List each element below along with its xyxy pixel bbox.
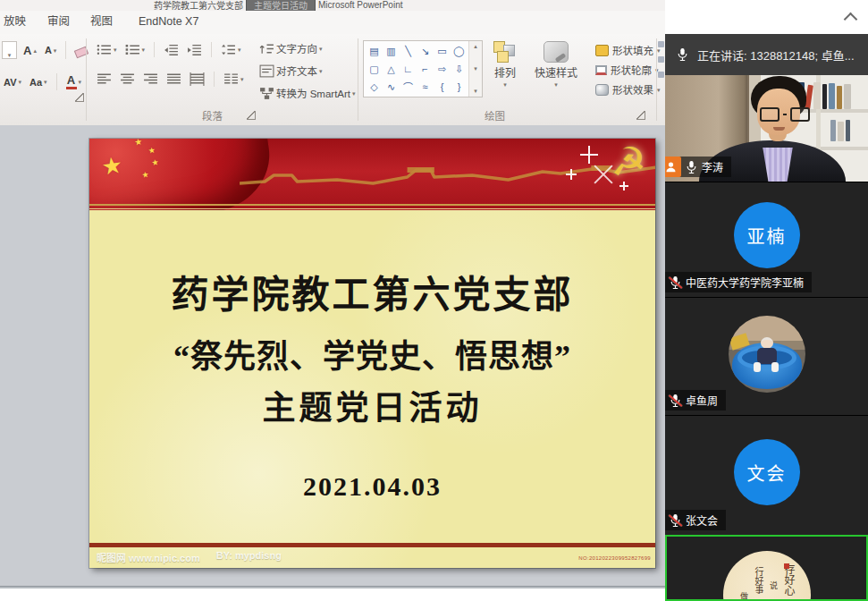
glasses	[760, 107, 810, 122]
tab-endnote[interactable]: EndNote X7	[135, 11, 202, 33]
participant-tile-zhangwenhui[interactable]: 文会 张文会	[665, 415, 868, 535]
dropdown-arrow-icon: ▾	[319, 46, 323, 52]
align-right-button[interactable]	[141, 72, 160, 87]
arc-shape-icon[interactable]: ⌒	[400, 78, 417, 96]
font-group-row1: ▾ A▴ A▾	[2, 41, 88, 59]
participant-tile-litao[interactable]: 李涛	[665, 75, 868, 182]
slide-title-line3: 主题党日活动	[89, 381, 655, 429]
shapes-grid: ▤ ▥ ╲ ↘ ▭ ◯ ▢ △ ∟ ⌐ ⇨ ⇩ ◇ ∿ ⌒ ≈ { }	[366, 42, 468, 96]
distribute-button[interactable]	[188, 72, 206, 87]
convert-smartart-button[interactable]: 转换为 SmartArt▾	[257, 85, 358, 101]
shapes-gallery-scroll[interactable]: ▴ ▾ ▾	[468, 41, 482, 97]
banner-gold-line	[89, 208, 655, 209]
participant-name-bar: 中医药大学药学院李亚楠	[665, 272, 812, 292]
slide-banner: ★ ★ ★ ★ ★ ☭	[89, 139, 655, 210]
dropdown-arrow-icon: ▾	[18, 79, 21, 85]
screen: 药学院教工第六党支部 主题党日活动 Microsoft PowerPoint 放…	[0, 0, 868, 601]
tab-slideshow[interactable]: 放映	[0, 11, 29, 33]
slide-title-line2: “祭先烈、学党史、悟思想”	[89, 330, 655, 377]
flag-small-star-icon: ★	[151, 158, 159, 167]
font-dialog-launcher[interactable]	[75, 93, 84, 102]
arrange-button[interactable]: 排列 ▾	[493, 41, 517, 88]
right-brace-shape-icon[interactable]: }	[451, 78, 468, 96]
shapes-gallery: ▤ ▥ ╲ ↘ ▭ ◯ ▢ △ ∟ ⌐ ⇨ ⇩ ◇ ∿ ⌒ ≈ { } ▴	[363, 40, 483, 97]
numbering-button[interactable]: ▾	[123, 42, 147, 57]
align-center-button[interactable]	[118, 72, 137, 87]
paragraph-dialog-launcher[interactable]	[247, 111, 256, 120]
notes-pane[interactable]	[0, 588, 665, 601]
character-spacing-button[interactable]: AV▾	[2, 76, 23, 89]
grow-font-button[interactable]: A▴	[21, 43, 38, 58]
arrange-icon	[493, 41, 517, 63]
vertical-textbox-shape-icon[interactable]: ▥	[383, 42, 400, 60]
scribble-shape-icon[interactable]: ∿	[383, 78, 400, 96]
columns-button[interactable]: ▾	[222, 72, 246, 87]
triangle-shape-icon[interactable]: △	[383, 60, 400, 78]
dropdown-arrow-icon: ▾	[238, 47, 241, 53]
decrease-indent-button[interactable]	[162, 42, 181, 57]
quick-styles-button[interactable]: 快速样式 ▾	[535, 41, 577, 88]
elbow-arrow-connector-shape-icon[interactable]: ⌐	[417, 60, 434, 78]
shape-effects-button[interactable]: 形状效果▾	[595, 81, 661, 97]
textbox-shape-icon[interactable]: ▤	[366, 42, 383, 60]
left-brace-shape-icon[interactable]: {	[434, 78, 451, 96]
ribbon: ▾ A▴ A▾ AV▾ Aa▾ A▾ ▾ ▾ ▾	[0, 34, 665, 126]
paragraph-group-row1: ▾ ▾ ▾	[95, 42, 243, 57]
curve-shape-icon[interactable]: ≈	[417, 78, 434, 96]
dropdown-arrow-icon: ▾	[352, 90, 356, 97]
up-arrow-icon: ▴	[33, 47, 37, 54]
slide-date: 2021.04.03	[89, 471, 655, 502]
host-badge-person-icon	[665, 157, 681, 177]
bullets-button[interactable]: ▾	[95, 42, 119, 57]
watermark-site: 昵图网 www.nipic.com	[97, 550, 200, 564]
banner-gold-line	[89, 204, 655, 206]
line-spacing-button[interactable]: ▾	[219, 42, 243, 57]
avatar: 亚楠	[734, 202, 800, 268]
flag-small-star-icon: ★	[134, 139, 143, 148]
gallery-more-icon[interactable]: ▾	[474, 88, 477, 95]
justify-button[interactable]	[164, 72, 183, 87]
collapse-panel-icon[interactable]	[844, 13, 858, 27]
elbow-connector-shape-icon[interactable]: ∟	[400, 60, 417, 78]
text-direction-button[interactable]: 文字方向▾	[257, 40, 358, 56]
window-title-right: Microsoft PowerPoint	[318, 0, 402, 10]
align-text-button[interactable]: 对齐文本▾	[257, 63, 358, 79]
align-left-button[interactable]	[95, 72, 114, 87]
rectangle-shape-icon[interactable]: ▭	[434, 42, 451, 60]
scroll-up-icon[interactable]: ▴	[474, 43, 477, 50]
font-color-button[interactable]: A▾	[64, 73, 84, 90]
shape-fill-button[interactable]: 形状填充▾	[595, 42, 661, 58]
shape-fill-icon	[595, 45, 609, 56]
shape-outline-button[interactable]: 形状轮廓▾	[595, 62, 661, 78]
increase-indent-button[interactable]	[185, 42, 204, 57]
rounded-rectangle-shape-icon[interactable]: ▢	[366, 60, 383, 78]
paragraph-group-row2: ▾	[95, 72, 246, 87]
participant-tile-liyanan[interactable]: 亚楠 中医药大学药学院李亚楠	[665, 182, 868, 297]
participant-name: 李涛	[702, 159, 723, 174]
participant-name-bar: 李涛	[665, 157, 731, 177]
dropdown-arrow-icon: ▾	[554, 81, 558, 88]
participant-tile-zhuoyuzhou[interactable]: 卓鱼周	[665, 297, 868, 415]
line-shape-icon[interactable]: ╲	[400, 42, 417, 60]
drawing-dialog-launcher[interactable]	[636, 111, 645, 120]
window-title-left: 药学院教工第六党支部	[154, 0, 243, 11]
microphone-icon	[677, 47, 688, 62]
change-case-button[interactable]: Aa▾	[28, 76, 49, 89]
right-arrow-shape-icon[interactable]: ⇨	[434, 60, 451, 78]
dropdown-arrow-icon: ▾	[44, 79, 47, 85]
scroll-down-icon[interactable]: ▾	[474, 65, 477, 72]
down-arrow-shape-icon[interactable]: ⇩	[451, 60, 468, 78]
watermark-author: BY: mypdisng	[216, 550, 282, 564]
freeform-shape-icon[interactable]: ◇	[366, 78, 383, 96]
slide[interactable]: ★ ★ ★ ★ ★ ☭ 药学院教工第六党支部	[89, 139, 655, 568]
calligraphy-seal	[784, 563, 789, 569]
font-size-dropdown[interactable]: ▾	[2, 41, 17, 59]
shrink-font-button[interactable]: A▾	[43, 44, 58, 56]
arrow-shape-icon[interactable]: ↘	[417, 42, 434, 60]
flag-big-star-icon: ★	[100, 153, 124, 179]
participant-tile-active-speaker[interactable]: 存好心 说 行好事 做	[665, 535, 868, 601]
oval-shape-icon[interactable]: ◯	[451, 42, 468, 60]
watermark-number: NO:2012022309952827699	[578, 555, 651, 561]
tab-review[interactable]: 审阅	[44, 11, 73, 33]
tab-view[interactable]: 视图	[87, 11, 116, 33]
